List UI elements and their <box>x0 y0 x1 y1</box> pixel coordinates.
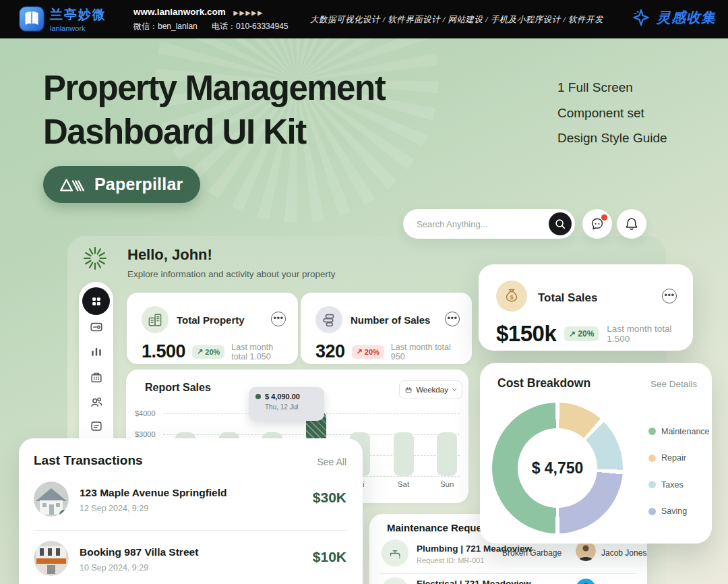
x-axis-label: Sat <box>389 480 419 488</box>
assignee-avatar <box>576 579 596 584</box>
stat-value: 1.500 <box>142 341 185 362</box>
trend-up-icon: ↗ <box>569 329 576 339</box>
transaction-name: 123 Maple Avenue Springfield <box>80 487 227 499</box>
electrical-icon <box>382 577 408 584</box>
feature-item: Design Style Guide <box>557 125 667 151</box>
trend-up-icon: ↗ <box>197 347 203 356</box>
x-axis-label: Sun <box>432 480 462 488</box>
assignee-name: Jacob Jones <box>601 548 646 558</box>
transaction-amount: $10K <box>313 549 346 565</box>
total-property-card: Total Property ••• 1.500 ↗20% Last month… <box>127 293 298 364</box>
transaction-row[interactable]: 123 Maple Avenue Springfield 12 Sep 2024… <box>34 481 346 522</box>
search-input[interactable] <box>417 219 549 229</box>
sidebar-item-cards[interactable] <box>88 319 104 334</box>
tooltip-value: $ 4,090.00 <box>265 392 300 401</box>
search-button[interactable] <box>549 212 572 235</box>
website-link[interactable]: www.lanlanwork.com <box>133 7 226 17</box>
legend-item: Saving <box>648 498 710 525</box>
tooltip-dot <box>255 394 261 399</box>
property-photo <box>34 541 69 576</box>
transaction-date: 12 Sep 2024, 9:29 <box>80 504 148 513</box>
brand-name-en: lanlanwork <box>50 24 107 32</box>
search-icon <box>553 217 567 231</box>
wechat-label: 微信：ben_lanlan <box>133 22 198 31</box>
sidebar-item-properties[interactable] <box>88 369 104 384</box>
legend-item: Taxes <box>648 471 710 498</box>
legend-item: Repair <box>648 445 710 472</box>
sidebar-nav <box>79 282 113 457</box>
sidebar-item-tenants[interactable] <box>88 394 104 409</box>
chart-tooltip: $ 4,090.00 Thu, 12 Jul <box>249 387 324 421</box>
stat-value: $150k <box>496 321 556 347</box>
transaction-date: 10 Sep 2024, 9:29 <box>80 563 148 573</box>
paperpillar-logo-icon <box>58 175 86 194</box>
tooltip-label: Thu, 12 Jul <box>265 403 317 411</box>
transaction-name: Booking 987 Villa Street <box>80 546 198 558</box>
trend-badge: ↗20% <box>352 345 384 359</box>
notifications-button[interactable] <box>617 209 646 239</box>
legend-label: Taxes <box>661 480 684 490</box>
request-id: Request ID: MR-001 <box>417 556 484 564</box>
legend-label: Saving <box>661 506 687 516</box>
legend-dot <box>648 428 656 435</box>
number-of-sales-card: Number of Sales ••• 320 ↗20% Last month … <box>301 293 472 364</box>
maintenance-title: Maintenance Request <box>387 522 491 533</box>
sidebar-item-analytics[interactable] <box>88 344 104 359</box>
see-all-link[interactable]: See All <box>317 457 346 467</box>
sidebar-item-dashboard[interactable] <box>82 287 110 315</box>
search-bar <box>403 209 575 239</box>
sales-count-icon <box>315 306 342 333</box>
donut-center-value: $ 4,750 <box>518 428 597 508</box>
bell-icon <box>624 216 639 231</box>
building-icon <box>89 370 104 384</box>
request-type: Electrical | 721 Meadoview <box>417 579 531 584</box>
users-icon <box>89 395 104 409</box>
paperpillar-label: Paperpillar <box>94 175 183 194</box>
property-icon <box>142 306 169 333</box>
messages-button[interactable] <box>582 209 612 239</box>
total-sales-card: $ Total Sales ••• $150k ↗20% Last month … <box>479 264 693 351</box>
starburst-icon <box>84 247 107 270</box>
legend-item: Maintenance <box>648 418 710 445</box>
stat-title: Total Property <box>177 314 245 326</box>
request-issue: Broken Garbage <box>502 548 562 558</box>
cost-breakdown-title: Cost Breakdown <box>497 376 590 390</box>
stat-title: Number of Sales <box>351 314 430 326</box>
services-list: 大数据可视化设计 / 软件界面设计 / 网站建设 / 手机及小程序设计 / 软件… <box>310 14 607 26</box>
inspiration-collect[interactable]: 灵感收集 <box>631 7 716 28</box>
svg-text:$: $ <box>510 294 514 301</box>
grid-icon <box>90 295 102 308</box>
plumbing-icon <box>382 539 408 566</box>
card-menu-button[interactable]: ••• <box>271 312 286 326</box>
brand-name-cn: 兰亭妙微 <box>50 6 107 24</box>
last-transactions-title: Last Transactions <box>34 453 143 468</box>
legend-dot <box>648 455 656 462</box>
legend-label: Maintenance <box>661 427 710 436</box>
legend-dot <box>648 508 656 515</box>
stat-note: Last month total 950 <box>391 343 462 361</box>
y-axis-tick: $3000 <box>135 430 156 438</box>
card-icon <box>89 320 104 334</box>
paperpillar-badge: Paperpillar <box>43 166 200 203</box>
last-transactions-card: Last Transactions See All 123 Maple Aven… <box>19 438 363 584</box>
stat-note: Last month total 1.500 <box>607 324 684 344</box>
card-menu-button[interactable]: ••• <box>662 289 677 303</box>
see-details-link[interactable]: See Details <box>650 379 697 389</box>
page-title: Property Management Dashboard UI Kit <box>43 66 385 154</box>
notification-dot <box>601 214 607 221</box>
bar-sat[interactable] <box>394 432 414 476</box>
greeting-title: Hello, John! <box>127 246 212 264</box>
sparkle-icon <box>631 7 651 28</box>
assignee-avatar <box>576 541 596 561</box>
legend-label: Repair <box>661 453 686 463</box>
arrows-decoration: ▶▶▶▶▶ <box>234 9 264 16</box>
transaction-row[interactable]: Booking 987 Villa Street 10 Sep 2024, 9:… <box>34 541 346 581</box>
card-menu-button[interactable]: ••• <box>445 312 460 326</box>
bar-sun[interactable] <box>437 432 457 476</box>
sidebar-item-schedule[interactable] <box>88 418 104 434</box>
trend-badge: ↗20% <box>192 345 224 359</box>
stat-title: Total Sales <box>538 291 598 305</box>
divider <box>380 573 636 574</box>
transaction-amount: $30K <box>313 490 346 506</box>
feature-item: 1 Full Screen <box>557 75 667 100</box>
